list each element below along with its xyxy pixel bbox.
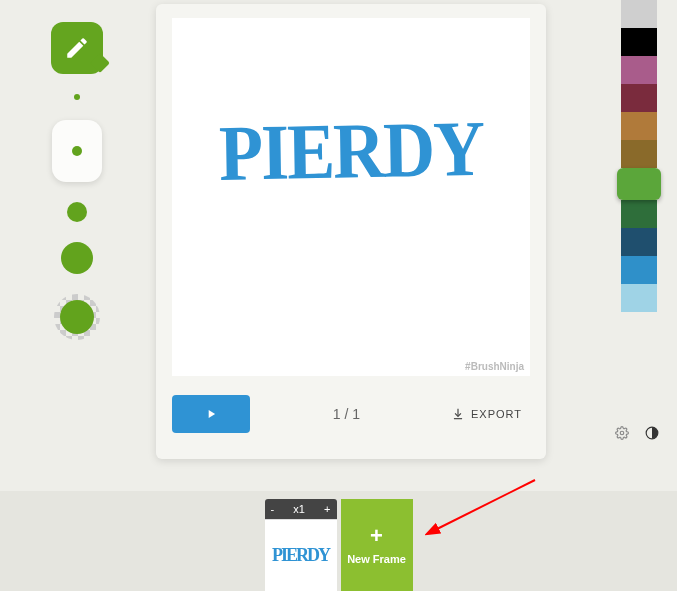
new-frame-button[interactable]: + New Frame — [341, 499, 413, 591]
color-palette — [621, 0, 657, 312]
drawing-canvas[interactable]: PIERDY #BrushNinja — [172, 18, 530, 376]
brush-dot-icon — [72, 146, 82, 156]
color-swatch-1[interactable] — [621, 28, 657, 56]
frame-speed-control: - x1 + — [265, 499, 337, 519]
color-swatch-0[interactable] — [621, 0, 657, 28]
download-icon — [451, 407, 465, 421]
palette-contrast-button[interactable] — [645, 426, 659, 443]
color-swatch-6[interactable] — [617, 168, 661, 200]
frame-timeline: - x1 + PIERDY + New Frame — [0, 491, 677, 591]
frame-thumb-1-wrap: - x1 + PIERDY — [265, 499, 337, 591]
canvas-drawing-text: PIERDY — [171, 102, 530, 200]
brush-size-small-selected[interactable] — [52, 120, 102, 182]
speed-plus-button[interactable]: + — [324, 503, 330, 515]
brush-size-xs[interactable] — [74, 94, 80, 100]
canvas-panel: PIERDY #BrushNinja 1 / 1 EXPORT — [156, 4, 546, 459]
color-swatch-2[interactable] — [621, 56, 657, 84]
frame-counter: 1 / 1 — [250, 406, 443, 422]
export-label: EXPORT — [471, 408, 522, 420]
new-frame-label: New Frame — [347, 553, 406, 565]
color-swatch-8[interactable] — [621, 228, 657, 256]
left-toolbar — [52, 22, 102, 340]
speed-minus-button[interactable]: - — [271, 503, 275, 515]
draw-tool-button[interactable] — [51, 22, 103, 74]
color-swatch-3[interactable] — [621, 84, 657, 112]
gear-icon — [615, 426, 629, 440]
brush-size-medium[interactable] — [67, 202, 87, 222]
pencil-icon — [64, 35, 90, 61]
frame-thumbnail-1[interactable]: PIERDY — [265, 519, 337, 591]
contrast-icon — [645, 426, 659, 440]
color-swatch-7[interactable] — [621, 200, 657, 228]
color-swatch-4[interactable] — [621, 112, 657, 140]
color-swatch-9[interactable] — [621, 256, 657, 284]
brush-size-xl[interactable] — [54, 294, 100, 340]
play-icon — [204, 407, 218, 421]
plus-icon: + — [370, 525, 383, 547]
speed-value: x1 — [293, 503, 305, 515]
play-button[interactable] — [172, 395, 250, 433]
color-swatch-5[interactable] — [621, 140, 657, 168]
color-swatch-10[interactable] — [621, 284, 657, 312]
export-button[interactable]: EXPORT — [443, 407, 530, 421]
canvas-watermark: #BrushNinja — [465, 361, 524, 372]
palette-settings-button[interactable] — [615, 426, 629, 443]
brush-inner-icon — [60, 300, 94, 334]
svg-point-0 — [620, 431, 624, 435]
playback-controls: 1 / 1 EXPORT — [172, 394, 530, 434]
brush-size-large[interactable] — [61, 242, 93, 274]
